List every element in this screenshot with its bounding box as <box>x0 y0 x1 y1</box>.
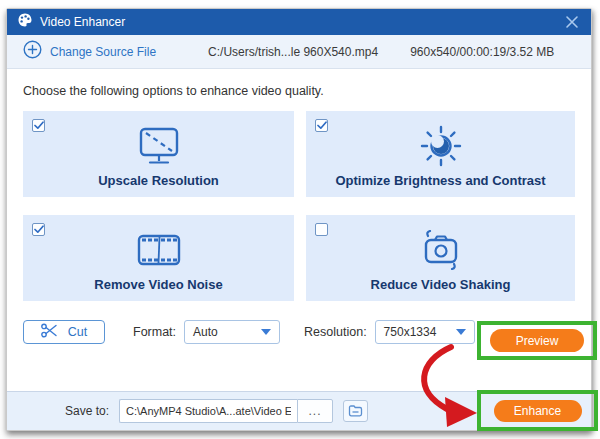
source-file-path: C:/Users/trish...le 960X540.mp4 <box>208 45 378 59</box>
main-content: Choose the following options to enhance … <box>7 84 591 345</box>
resolution-label: Resolution: <box>304 325 367 339</box>
save-to-label: Save to: <box>65 404 109 418</box>
enhance-options-grid: Upscale Resolution <box>23 111 575 301</box>
scissors-icon <box>41 323 58 342</box>
app-palette-icon <box>17 12 33 32</box>
title-bar: Video Enhancer <box>7 9 591 35</box>
option-label: Optimize Brightness and Contrast <box>335 173 545 188</box>
format-select[interactable]: Auto <box>184 320 280 344</box>
camera-icon <box>418 229 464 271</box>
preview-highlight-box: Preview <box>477 321 597 360</box>
source-file-info: 960x540/00:00:19/3.52 MB <box>410 45 554 59</box>
change-source-file-label: Change Source File <box>50 45 156 59</box>
enhance-highlight-box: Enhance <box>477 390 598 431</box>
remove-noise-checkbox[interactable] <box>32 223 45 236</box>
option-card-reduce-shaking[interactable]: Reduce Video Shaking <box>306 215 575 301</box>
plus-circle-icon <box>23 40 42 63</box>
upscale-resolution-checkbox[interactable] <box>32 119 45 132</box>
source-file-bar: Change Source File C:/Users/trish...le 9… <box>7 35 591 69</box>
video-enhancer-dialog: Video Enhancer Change Source File C:/Use… <box>6 8 592 431</box>
option-label: Upscale Resolution <box>98 173 219 188</box>
folder-icon <box>348 405 363 417</box>
open-folder-button[interactable] <box>343 400 368 422</box>
cut-button-label: Cut <box>68 325 87 339</box>
option-card-upscale-resolution[interactable]: Upscale Resolution <box>23 111 294 197</box>
save-path-group: ... <box>119 399 333 423</box>
option-label: Remove Video Noise <box>94 277 222 292</box>
change-source-file-button[interactable]: Change Source File <box>23 40 156 63</box>
reduce-shaking-checkbox[interactable] <box>315 223 328 236</box>
option-card-remove-noise[interactable]: Remove Video Noise <box>23 215 294 301</box>
optimize-brightness-checkbox[interactable] <box>315 119 328 132</box>
close-icon[interactable] <box>563 13 581 31</box>
enhance-button[interactable]: Enhance <box>494 400 582 422</box>
format-label: Format: <box>133 325 176 339</box>
chevron-down-icon <box>456 329 466 335</box>
option-label: Reduce Video Shaking <box>371 277 511 292</box>
cut-button[interactable]: Cut <box>23 320 105 344</box>
monitor-icon <box>138 125 180 167</box>
brightness-icon <box>420 125 462 167</box>
format-selected-value: Auto <box>193 325 218 339</box>
preview-button[interactable]: Preview <box>490 329 584 352</box>
browse-button[interactable]: ... <box>297 399 333 423</box>
chevron-down-icon <box>261 329 271 335</box>
option-card-optimize-brightness[interactable]: Optimize Brightness and Contrast <box>306 111 575 197</box>
window-title: Video Enhancer <box>40 15 125 29</box>
resolution-select[interactable]: 750x1334 <box>375 320 475 344</box>
instruction-text: Choose the following options to enhance … <box>23 84 575 98</box>
filmstrip-icon <box>137 229 181 271</box>
save-path-input[interactable] <box>119 399 297 423</box>
resolution-selected-value: 750x1334 <box>384 325 437 339</box>
